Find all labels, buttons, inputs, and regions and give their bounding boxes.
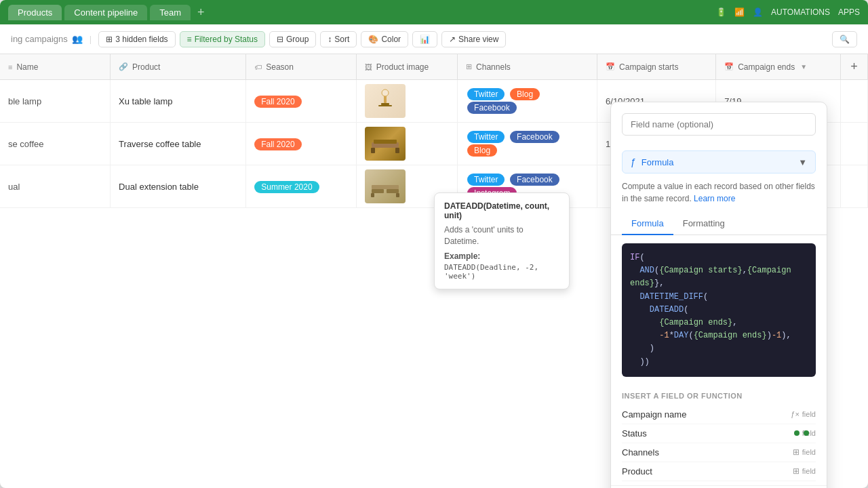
- toolbar: ing campaigns 👥 | ⊞ 3 hidden fields ≡ Fi…: [0, 24, 868, 54]
- field-type-product: ⊞ field: [793, 466, 816, 476]
- toolbar-separator: |: [90, 34, 92, 44]
- col-header-season: 🏷 Season: [246, 54, 357, 80]
- product-image-1: [365, 84, 406, 118]
- svg-rect-11: [371, 193, 374, 197]
- insert-section-title: INSERT A FIELD OR FUNCTION: [622, 392, 816, 400]
- share-button[interactable]: ↗ Share view: [441, 31, 506, 47]
- tab-products[interactable]: Products: [8, 5, 62, 20]
- app-wrapper: Products Content pipeline Team + 🔋 📶 👤 A…: [0, 0, 868, 488]
- cell-channels-2: Twitter Facebook Blog: [458, 123, 597, 165]
- col-header-channels: ⊞ Channels: [458, 54, 597, 80]
- svg-point-1: [382, 89, 389, 96]
- group-icon: ⊟: [277, 35, 283, 44]
- color-icon: 🎨: [368, 35, 378, 44]
- col-add-button[interactable]: +: [841, 54, 868, 80]
- code-paren1: (: [639, 253, 644, 262]
- filter-icon: ≡: [187, 35, 192, 44]
- cell-add-1: [841, 80, 868, 123]
- tooltip-popup: DATEADD(Datetime, count, unit) Adds a 'c…: [434, 192, 570, 289]
- code-dateadd: DATEADD: [650, 305, 684, 314]
- tab-content-pipeline[interactable]: Content pipeline: [64, 5, 147, 20]
- formula-selector[interactable]: ƒ Formula ▼: [622, 150, 816, 174]
- cell-image-1: [356, 80, 457, 123]
- svg-rect-2: [381, 103, 389, 105]
- add-tab-button[interactable]: +: [193, 5, 209, 20]
- tooltip-example-label: Example:: [444, 251, 559, 261]
- col-header-campaign-ends: 📅 Campaign ends ▼: [716, 54, 841, 80]
- svg-rect-10: [387, 189, 399, 193]
- svg-rect-3: [378, 105, 392, 106]
- col-season-icon: 🏷: [254, 63, 262, 71]
- sort-button[interactable]: ↕ Sort: [320, 31, 357, 47]
- search-icon: 🔍: [840, 35, 850, 44]
- svg-rect-6: [371, 148, 375, 153]
- col-header-product: 🔗 Product: [111, 54, 246, 80]
- cell-season-1: Fall 2020: [246, 80, 357, 123]
- col-header-campaign-starts: 📅 Campaign starts: [597, 54, 716, 80]
- code-if: IF: [630, 253, 639, 262]
- cell-name-2: se coffee: [0, 123, 111, 165]
- right-panel: ƒ Formula ▼ Compute a value in each reco…: [610, 102, 827, 488]
- cell-name-1: ble lamp: [0, 80, 111, 123]
- field-name-channels: Channels: [622, 447, 659, 458]
- color-button[interactable]: 🎨 Color: [361, 31, 408, 47]
- product-image-2: [365, 127, 406, 161]
- tag-twitter-1: Twitter: [467, 88, 505, 100]
- tab-bar: Products Content pipeline Team + 🔋 📶 👤 A…: [0, 0, 868, 24]
- view-title: ing campaigns: [11, 34, 68, 44]
- cell-add-3: [841, 165, 868, 208]
- season-badge-1: Fall 2020: [254, 96, 301, 108]
- field-name-campaign-name: Campaign name: [622, 409, 686, 420]
- cell-season-3: Summer 2020: [246, 165, 357, 208]
- panel-tabs: Formula Formatting: [611, 213, 827, 235]
- toolbar-right: 🔍: [832, 31, 857, 47]
- insert-section: INSERT A FIELD OR FUNCTION Campaign name…: [611, 385, 827, 485]
- formula-icon: ƒ: [631, 157, 636, 167]
- tab-team[interactable]: Team: [150, 5, 191, 20]
- tag-twitter-2: Twitter: [467, 131, 505, 143]
- col-channels-icon: ⊞: [466, 62, 472, 71]
- field-type-channels: ⊞ field: [793, 447, 816, 457]
- cell-product-2: Traverse coffee table: [111, 123, 246, 165]
- tab-bar-right: 🔋 📶 👤 AUTOMATIONS APPS: [716, 7, 860, 17]
- formula-selector-left: ƒ Formula: [631, 157, 673, 167]
- field-name-input[interactable]: [622, 113, 816, 136]
- col-product-icon: 🔗: [119, 62, 128, 71]
- group-button[interactable]: ⊟ Group: [269, 31, 316, 47]
- field-name-status: Status: [622, 428, 647, 439]
- code-editor[interactable]: IF( AND({Campaign starts},{Campaign ends…: [622, 243, 816, 377]
- tag-facebook-1: Facebook: [467, 102, 517, 114]
- col-header-name: ≡ Name: [0, 54, 111, 80]
- field-item-channels[interactable]: Channels ⊞ field: [622, 443, 816, 462]
- code-and: AND: [639, 266, 654, 275]
- filter-button[interactable]: ≡ Filtered by Status: [180, 31, 265, 47]
- cell-add-2: [841, 123, 868, 165]
- field-item-product[interactable]: Product ⊞ field: [622, 462, 816, 481]
- tooltip-desc: Adds a 'count' units to Datetime.: [444, 224, 559, 247]
- field-item-status[interactable]: Status field: [622, 424, 816, 443]
- col-starts-icon: 📅: [606, 62, 615, 71]
- chart-button[interactable]: 📊: [412, 31, 437, 47]
- apps-label[interactable]: APPS: [838, 7, 860, 17]
- formula-chevron-icon: ▼: [798, 157, 807, 167]
- cell-image-2: [356, 123, 457, 165]
- product-image-3: [365, 169, 406, 203]
- svg-rect-12: [396, 193, 399, 197]
- tag-facebook-3: Facebook: [510, 174, 559, 186]
- svg-rect-7: [395, 148, 399, 153]
- search-button[interactable]: 🔍: [832, 31, 857, 47]
- automations-label[interactable]: AUTOMATIONS: [771, 7, 830, 17]
- cell-name-3: ual: [0, 165, 111, 208]
- learn-more-link[interactable]: Learn more: [694, 194, 735, 203]
- hidden-fields-icon: ⊞: [106, 35, 113, 44]
- panel-header: [611, 102, 827, 144]
- cell-product-3: Dual extension table: [111, 165, 246, 208]
- tab-formatting[interactable]: Formatting: [673, 213, 734, 235]
- sort-icon: ↕: [328, 35, 332, 44]
- tab-formula[interactable]: Formula: [622, 213, 673, 235]
- field-item-campaign-name[interactable]: Campaign name ƒ× field: [622, 405, 816, 424]
- col-name-icon: ≡: [8, 63, 12, 71]
- hidden-fields-button[interactable]: ⊞ 3 hidden fields: [98, 31, 175, 47]
- tooltip-example: DATEADD(Deadline, -2, 'week'): [444, 263, 559, 281]
- cell-season-2: Fall 2020: [246, 123, 357, 165]
